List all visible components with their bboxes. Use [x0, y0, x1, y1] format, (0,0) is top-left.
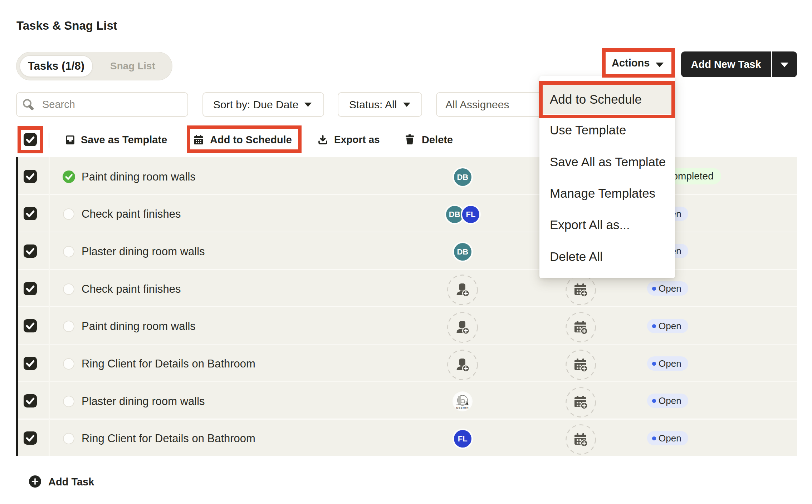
svg-text:DESIGN: DESIGN — [456, 406, 469, 409]
